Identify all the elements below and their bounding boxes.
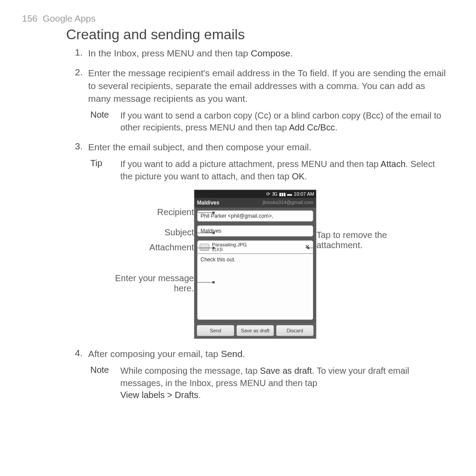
battery-icon: ▬ <box>287 191 292 197</box>
status-time: 10:07 AM <box>294 191 314 197</box>
step-text: Enter the email subject, and then compos… <box>88 142 312 152</box>
figure: Recipient Subject Attachment Enter your … <box>88 190 450 339</box>
step-number: 1. <box>75 47 83 58</box>
running-head: Google Apps <box>43 13 96 23</box>
subject-field[interactable]: Maldives <box>197 225 313 237</box>
title-right: jbrooks314@gmail.com <box>263 200 313 206</box>
step-text: Enter the message recipient's email addr… <box>88 68 446 104</box>
title-left: Maldives <box>197 200 219 206</box>
section-title: Creating and sending emails <box>66 26 450 43</box>
discard-button[interactable]: Discard <box>276 325 314 336</box>
callout-attachment: Attachment <box>149 242 194 253</box>
step-number: 2. <box>75 67 83 78</box>
button-row: Send Save as draft Discard <box>194 323 316 338</box>
step-4-note: Note While composing the message, tap Sa… <box>90 365 450 402</box>
tip-text: If you want to add a picture attachment,… <box>120 158 450 182</box>
step-text: After composing your email, tap Send. <box>88 349 245 359</box>
step-number: 3. <box>75 141 83 152</box>
page-number: 156 <box>22 13 37 23</box>
attachment-size: 81KB <box>212 247 304 252</box>
send-button[interactable]: Send <box>197 325 234 336</box>
attachment-filename: Parasailing.JPG <box>212 242 304 247</box>
signal-icon: ▮▮▮ <box>279 192 286 197</box>
step-text: In the Inbox, press MENU and then tap Co… <box>88 48 293 58</box>
step-2-note: Note If you want to send a carbon copy (… <box>90 110 450 134</box>
message-body-field[interactable]: Check this out. <box>197 254 313 320</box>
note-text: While composing the message, tap Save as… <box>120 365 450 402</box>
step-4: 4. After composing your email, tap Send.… <box>75 348 450 402</box>
picture-icon <box>200 244 209 251</box>
network-icon: 3G <box>272 192 277 197</box>
note-label: Note <box>90 365 120 402</box>
sync-icon: ⟳ <box>266 191 270 197</box>
callout-message: Enter your message here. <box>115 273 194 294</box>
status-bar: ⟳ 3G ▮▮▮ ▬ 10:07 AM <box>194 190 316 198</box>
page-header: 156 Google Apps <box>22 13 450 24</box>
save-draft-button[interactable]: Save as draft <box>236 325 274 336</box>
callout-remove: Tap to remove the attachment. <box>316 230 391 250</box>
step-2: 2. Enter the message recipient's email a… <box>75 67 450 134</box>
callout-subject: Subject <box>164 227 194 238</box>
tip-label: Tip <box>90 158 120 182</box>
title-bar: Maldives jbrooks314@gmail.com <box>194 198 316 208</box>
step-3-tip: Tip If you want to add a picture attachm… <box>90 158 450 182</box>
note-label: Note <box>90 110 120 134</box>
step-number: 4. <box>75 348 83 358</box>
callout-recipient: Recipient <box>157 207 194 217</box>
step-1: 1. In the Inbox, press MENU and then tap… <box>75 47 450 60</box>
step-3: 3. Enter the email subject, and then com… <box>75 141 450 339</box>
note-text: If you want to send a carbon copy (Cc) o… <box>120 110 450 134</box>
